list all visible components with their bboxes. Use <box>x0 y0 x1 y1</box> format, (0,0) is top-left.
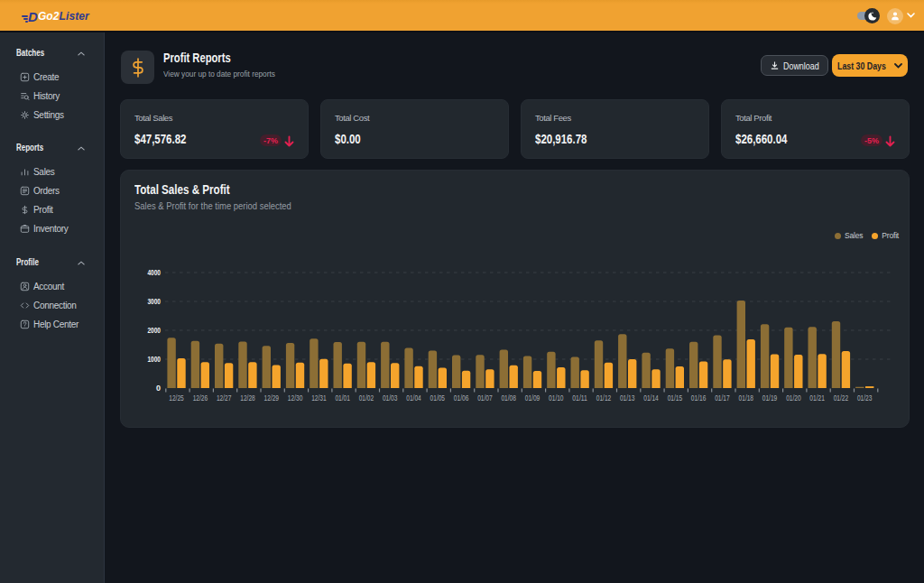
svg-text:2000: 2000 <box>148 326 162 335</box>
svg-text:01/12: 01/12 <box>596 393 612 403</box>
svg-text:4000: 4000 <box>148 268 162 277</box>
svg-text:01/08: 01/08 <box>501 393 516 403</box>
svg-text:01/04: 01/04 <box>406 393 421 403</box>
svg-text:01/17: 01/17 <box>715 393 730 403</box>
svg-text:01/16: 01/16 <box>691 393 707 403</box>
svg-text:01/10: 01/10 <box>549 393 564 403</box>
svg-text:01/02: 01/02 <box>359 393 374 403</box>
svg-text:1000: 1000 <box>148 355 162 364</box>
svg-text:12/28: 12/28 <box>240 393 255 403</box>
svg-text:01/09: 01/09 <box>525 393 541 403</box>
svg-text:01/19: 01/19 <box>762 393 778 403</box>
svg-text:12/31: 12/31 <box>311 393 327 403</box>
svg-text:01/14: 01/14 <box>643 393 659 403</box>
svg-text:01/03: 01/03 <box>383 393 398 403</box>
svg-text:01/20: 01/20 <box>786 393 801 403</box>
svg-text:01/06: 01/06 <box>454 393 469 403</box>
svg-text:01/11: 01/11 <box>572 393 587 403</box>
svg-text:01/13: 01/13 <box>620 393 635 403</box>
svg-text:01/07: 01/07 <box>477 393 493 403</box>
svg-text:0: 0 <box>156 384 161 393</box>
svg-text:01/21: 01/21 <box>809 393 825 403</box>
svg-text:12/30: 12/30 <box>288 393 303 403</box>
svg-text:01/23: 01/23 <box>857 393 873 403</box>
svg-text:01/01: 01/01 <box>335 393 350 403</box>
svg-text:12/25: 12/25 <box>169 393 184 403</box>
svg-text:12/27: 12/27 <box>217 393 232 403</box>
svg-text:01/05: 01/05 <box>430 393 446 403</box>
svg-text:01/15: 01/15 <box>668 393 683 403</box>
svg-text:12/26: 12/26 <box>193 393 208 403</box>
svg-text:01/22: 01/22 <box>834 393 849 403</box>
svg-text:12/29: 12/29 <box>264 393 280 403</box>
svg-text:3000: 3000 <box>148 297 162 306</box>
svg-text:01/18: 01/18 <box>739 393 754 403</box>
